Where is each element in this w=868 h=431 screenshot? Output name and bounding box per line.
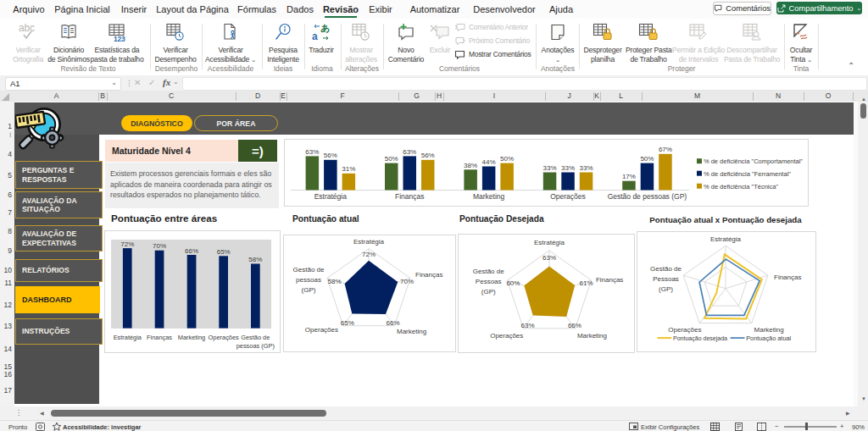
svg-text:Operações: Operações	[305, 326, 338, 334]
svg-text:Marketing: Marketing	[397, 328, 426, 335]
svg-text:Marketing: Marketing	[754, 326, 784, 334]
svg-text:50%: 50%	[640, 155, 654, 163]
svg-text:Operações: Operações	[490, 332, 523, 340]
svg-text:Estratégia: Estratégia	[114, 334, 142, 341]
svg-text:123: 123	[114, 34, 125, 41]
svg-text:63%: 63%	[305, 148, 319, 156]
svg-text:63%: 63%	[520, 322, 534, 329]
svg-text:Finanças: Finanças	[596, 276, 623, 284]
svg-text:70%: 70%	[400, 278, 414, 285]
svg-text:abc: abc	[19, 22, 35, 34]
svg-text:17%: 17%	[622, 173, 636, 180]
svg-text:Gestão de: Gestão de	[293, 266, 325, 274]
svg-text:Finanças: Finanças	[147, 334, 172, 341]
svg-text:Estratégia: Estratégia	[353, 238, 385, 246]
svg-text:Gestão de: Gestão de	[241, 334, 270, 341]
svg-text:44%: 44%	[482, 158, 496, 166]
svg-text:% de deficiência "Ferramental": % de deficiência "Ferramental"	[704, 170, 791, 178]
svg-text:58%: 58%	[248, 256, 262, 263]
svg-text:Finanças: Finanças	[774, 274, 801, 281]
svg-text:70%: 70%	[153, 242, 166, 250]
svg-text:65%: 65%	[217, 248, 231, 256]
svg-text:Finanças: Finanças	[395, 192, 425, 201]
svg-text:Gestão de pessoas (GP): Gestão de pessoas (GP)	[608, 192, 687, 201]
svg-text:あ: あ	[320, 23, 330, 33]
svg-text:60%: 60%	[506, 279, 520, 287]
svg-text:Estratégia: Estratégia	[314, 192, 348, 201]
svg-text:63%: 63%	[403, 148, 416, 156]
svg-text:Estratégia: Estratégia	[534, 239, 565, 246]
svg-text:Pessoas: Pessoas	[476, 278, 502, 285]
svg-text:(GP): (GP)	[302, 286, 316, 294]
svg-text:66%: 66%	[185, 247, 198, 255]
svg-text:(GP): (GP)	[481, 288, 496, 296]
svg-text:66%: 66%	[568, 322, 581, 329]
svg-text:a: a	[312, 30, 318, 41]
svg-text:Pontuação atual: Pontuação atual	[746, 334, 791, 342]
svg-text:Pessoas: Pessoas	[653, 275, 679, 283]
svg-text:58%: 58%	[327, 278, 341, 285]
svg-text:Operações: Operações	[209, 334, 239, 341]
svg-text:Marketing: Marketing	[577, 332, 607, 340]
svg-text:56%: 56%	[324, 152, 337, 159]
svg-text:72%: 72%	[362, 251, 376, 258]
svg-text:63%: 63%	[542, 254, 556, 262]
svg-text:65%: 65%	[341, 319, 354, 327]
svg-text:Operações: Operações	[550, 192, 586, 201]
svg-text:Estratégia: Estratégia	[710, 235, 742, 243]
svg-text:% de deficiência "Técnica": % de deficiência "Técnica"	[704, 183, 778, 191]
svg-text:Marketing: Marketing	[178, 334, 205, 341]
svg-text:Pontuação desejada: Pontuação desejada	[673, 334, 727, 342]
svg-text:(GP): (GP)	[659, 285, 673, 293]
svg-text:Finanças: Finanças	[415, 271, 442, 279]
svg-text:66%: 66%	[386, 319, 399, 327]
svg-text:Marketing: Marketing	[473, 192, 505, 201]
svg-text:Gestão de: Gestão de	[650, 265, 682, 273]
svg-text:50%: 50%	[385, 155, 398, 163]
svg-text:38%: 38%	[464, 162, 477, 169]
svg-text:pessoas: pessoas	[296, 276, 321, 284]
svg-text:33%: 33%	[542, 164, 556, 172]
svg-text:pessoas (GP): pessoas (GP)	[236, 342, 275, 350]
svg-text:61%: 61%	[580, 279, 593, 287]
svg-text:Operações: Operações	[668, 326, 701, 334]
svg-text:33%: 33%	[561, 164, 575, 172]
svg-text:72%: 72%	[120, 240, 134, 248]
svg-text:Gestão de: Gestão de	[473, 268, 504, 275]
svg-text:33%: 33%	[579, 164, 593, 172]
svg-text:31%: 31%	[342, 165, 355, 173]
svg-text:50%: 50%	[500, 155, 514, 163]
svg-text:56%: 56%	[421, 152, 435, 159]
svg-text:% de deficiência "Comportament: % de deficiência "Comportamental"	[704, 157, 803, 165]
svg-text:67%: 67%	[659, 146, 672, 153]
